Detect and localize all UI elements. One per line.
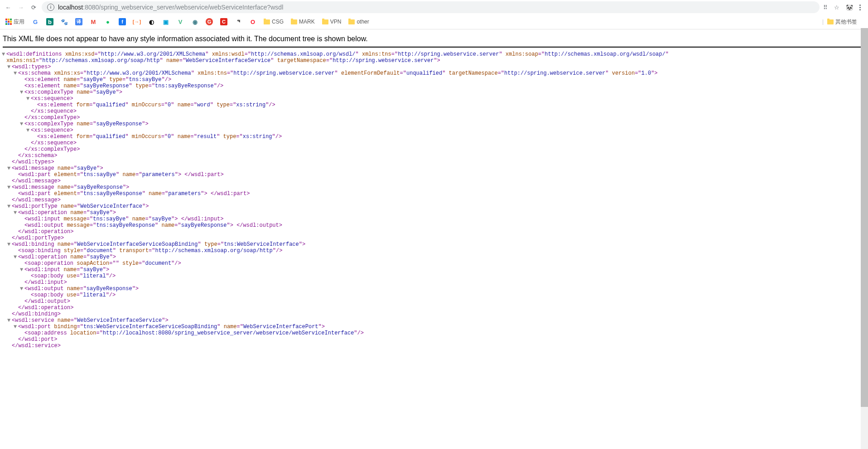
complextype-resp-open[interactable]: ▼<xs:complexType name="sayByeResponse"> [3,121,865,127]
soap-operation: <soap:operation soapAction="" style="doc… [3,260,865,267]
element-saybye: <xs:element name="sayBye" type="tns:sayB… [3,76,865,83]
bookmark-google[interactable]: G [32,18,39,25]
bind-input-open[interactable]: ▼<wsdl:input name="sayBye"> [3,267,865,273]
porttype-close: </wsdl:portType> [3,235,865,241]
part2: <wsdl:part element="tns:sayByeResponse" … [3,191,865,197]
element-result: <xs:element form="qualified" minOccurs="… [3,134,865,140]
binding-close: </wsdl:binding> [3,311,865,317]
folder-icon [322,19,328,24]
element-word: <xs:element form="qualified" minOccurs="… [3,102,865,108]
site-info-icon[interactable]: i [47,4,54,11]
schema-close: </xs:schema> [3,153,865,159]
bookmark-gmail[interactable]: M [90,18,97,25]
profile-icon[interactable]: 🐼 [846,4,853,11]
operation-open[interactable]: ▼<wsdl:operation name="sayBye"> [3,210,865,216]
bind-operation-open[interactable]: ▼<wsdl:operation name="sayBye"> [3,254,865,260]
facebook-icon: f [119,18,126,25]
xml-tree: ▼<wsdl:definitions xmlns:xsd="http://www… [3,48,865,353]
part1: <wsdl:part element="tns:sayBye" name="pa… [3,172,865,178]
bookmark-translate[interactable]: 译 [75,18,82,25]
schema-open[interactable]: ▼<xs:schema xmlns:xs="http://www.w3.org/… [3,70,865,76]
gmail-icon: M [90,18,97,25]
menu-button[interactable] [859,5,861,10]
bookmark-g2[interactable]: G [206,18,213,25]
opera-icon: O [249,18,256,25]
other-bookmarks[interactable]: 其他书签 [827,18,857,26]
back-button[interactable]: ← [4,3,13,12]
bookmark-folder-mark[interactable]: MARK [291,19,315,25]
message2-open[interactable]: ▼<wsdl:message name="sayByeResponse"> [3,184,865,191]
apps-icon [5,19,12,25]
service-close: </wsdl:service> [3,343,865,349]
bind-input-close: </wsdl:input> [3,279,865,286]
bookmark-baidu[interactable]: 🐾 [61,18,68,25]
folder-icon [827,19,834,24]
bookmark-github[interactable]: ◐ [148,18,155,25]
bookmark-opera[interactable]: O [249,18,256,25]
binding-open[interactable]: ▼<wsdl:binding name="WebServiceInterface… [3,241,865,248]
github-icon: ◐ [148,18,155,25]
sequence2-open[interactable]: ▼<xs:sequence> [3,127,865,134]
star-icon[interactable]: ☆ [834,4,839,11]
sequence-open[interactable]: ▼<xs:sequence> [3,96,865,102]
port-open[interactable]: ▼<wsdl:port binding="tns:WebServiceInter… [3,324,865,330]
folder-icon [291,19,297,24]
folder-icon [348,19,355,24]
csdn-icon: C [220,18,227,25]
folder-icon [264,19,270,24]
scrollbar-thumb[interactable] [861,28,868,355]
bookmark-facebook[interactable]: f [119,18,126,25]
soap-body1: <soap:body use="literal"/> [3,273,865,279]
soap-binding: <soap:binding style="document" transport… [3,248,865,254]
gitee-icon: [→] [133,18,140,25]
baidu-icon: 🐾 [61,18,68,25]
bookmarks-bar: 应用 G b 🐾 译 M ● f [→] ◐ ▣ V ◉ G C ལ O CSG… [0,14,868,29]
url-text: localhost:8080/spring_webservice_server/… [58,4,814,11]
toolbar-right: ⠿ ☆ 🐼 [823,4,864,11]
port-close: </wsdl:port> [3,336,865,343]
bookmark-folder-csg[interactable]: CSG [264,19,284,25]
complextype-saybye-open[interactable]: ▼<xs:complexType name="sayBye"> [3,89,865,96]
forward-button[interactable]: → [16,3,25,12]
bookmark-electron[interactable]: ◉ [191,18,198,25]
bookmark-folder-other[interactable]: other [348,19,369,25]
types-close: </wsdl:types> [3,159,865,165]
apps-shortcut[interactable]: 应用 [5,18,24,26]
element-saybyeresponse: <xs:element name="sayByeResponse" type="… [3,83,865,89]
reload-button[interactable]: ⟳ [29,3,38,12]
message1-close: </wsdl:message> [3,178,865,184]
sequence2-close: </xs:sequence> [3,140,865,146]
vue-icon: V [177,18,184,25]
address-bar[interactable]: i localhost:8080/spring_webservice_serve… [42,1,820,13]
bookmark-csdn[interactable]: C [220,18,227,25]
soap-body2: <soap:body use="literal"/> [3,292,865,298]
bilibili-icon: ▣ [162,18,169,25]
complextype-close: </xs:complexType> [3,115,865,121]
wechat-icon: ● [104,18,111,25]
xml-viewer-header: This XML file does not appear to have an… [3,32,865,48]
separator: | [822,19,824,25]
misc-icon: ལ [235,18,242,25]
bookmark-wechat[interactable]: ● [104,18,111,25]
bookmark-vue[interactable]: V [177,18,184,25]
translate-icon[interactable]: ⠿ [823,4,828,11]
g-red-icon: G [206,18,213,25]
bookmark-folder-vpn[interactable]: VPN [322,19,342,25]
page-content: This XML file does not appear to have an… [0,29,868,355]
bookmark-gitee[interactable]: [→] [133,18,140,25]
service-open[interactable]: ▼<wsdl:service name="WebServiceInterface… [3,317,865,324]
scrollbar[interactable] [861,28,868,355]
bookmark-misc1[interactable]: ལ [235,18,242,25]
sequence-close: </xs:sequence> [3,108,865,115]
message1-open[interactable]: ▼<wsdl:message name="sayBye"> [3,165,865,172]
definitions-open[interactable]: ▼<wsdl:definitions xmlns:xsd="http://www… [3,51,865,57]
bookmark-bing[interactable]: b [46,18,53,25]
types-open[interactable]: ▼<wsdl:types> [3,64,865,70]
bookmark-bilibili[interactable]: ▣ [162,18,169,25]
porttype-open[interactable]: ▼<wsdl:portType name="WebServiceInterfac… [3,203,865,210]
electron-icon: ◉ [191,18,198,25]
message2-close: </wsdl:message> [3,197,865,203]
bind-output-close: </wsdl:output> [3,298,865,305]
bing-icon: b [46,18,53,25]
bind-output-open[interactable]: ▼<wsdl:output name="sayByeResponse"> [3,286,865,292]
